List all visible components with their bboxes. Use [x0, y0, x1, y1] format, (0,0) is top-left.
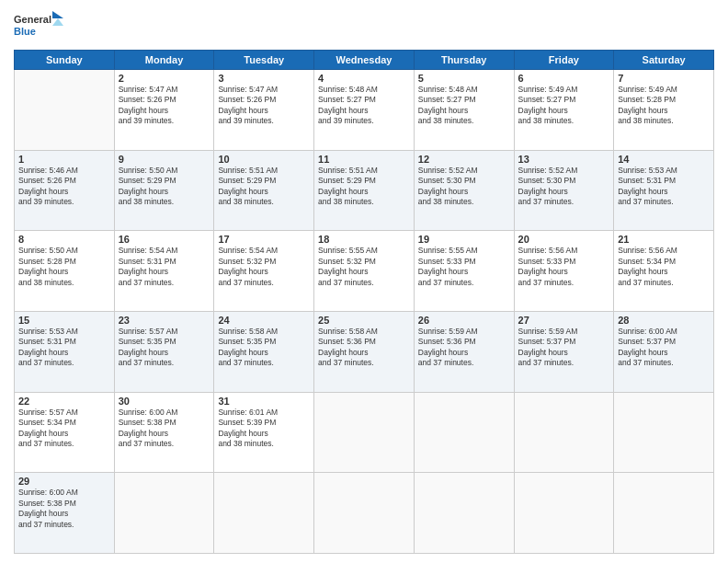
- day-header: Tuesday: [214, 51, 314, 70]
- day-number: 11: [318, 154, 410, 165]
- calendar-day-cell: 29Sunrise: 6:00 AMSunset: 5:38 PMDayligh…: [15, 473, 115, 554]
- day-number: 31: [218, 396, 310, 407]
- day-info: Sunrise: 5:52 AMSunset: 5:30 PMDaylight …: [518, 166, 578, 206]
- day-number: 21: [618, 234, 710, 245]
- calendar-day-cell: 3Sunrise: 5:47 AMSunset: 5:26 PMDaylight…: [214, 70, 314, 151]
- calendar-day-cell: 4Sunrise: 5:48 AMSunset: 5:27 PMDaylight…: [314, 70, 415, 151]
- calendar-day-cell: 1Sunrise: 5:46 AMSunset: 5:26 PMDaylight…: [15, 150, 115, 231]
- day-info: Sunrise: 5:59 AMSunset: 5:37 PMDaylight …: [518, 327, 578, 367]
- day-number: 25: [318, 315, 410, 326]
- svg-marker-3: [52, 18, 63, 26]
- day-info: Sunrise: 5:58 AMSunset: 5:36 PMDaylight …: [318, 327, 378, 367]
- day-info: Sunrise: 5:55 AMSunset: 5:32 PMDaylight …: [318, 246, 378, 286]
- day-number: 17: [218, 234, 310, 245]
- calendar-day-cell: 20Sunrise: 5:56 AMSunset: 5:33 PMDayligh…: [514, 231, 614, 312]
- svg-text:General: General: [14, 14, 51, 25]
- day-info: Sunrise: 5:53 AMSunset: 5:31 PMDaylight …: [18, 327, 78, 367]
- day-header: Saturday: [614, 51, 714, 70]
- calendar-day-cell: 9Sunrise: 5:50 AMSunset: 5:29 PMDaylight…: [114, 150, 214, 231]
- day-info: Sunrise: 5:54 AMSunset: 5:31 PMDaylight …: [119, 246, 178, 286]
- empty-cell: [15, 70, 115, 151]
- day-info: Sunrise: 5:58 AMSunset: 5:35 PMDaylight …: [218, 327, 278, 367]
- day-number: 9: [119, 154, 210, 165]
- day-number: 20: [518, 234, 610, 245]
- page: General Blue SundayMondayTuesdayWednesda…: [0, 0, 728, 563]
- svg-marker-2: [52, 11, 63, 18]
- calendar-day-cell: 7Sunrise: 5:49 AMSunset: 5:28 PMDaylight…: [614, 70, 714, 151]
- calendar-week-row: 8Sunrise: 5:50 AMSunset: 5:28 PMDaylight…: [15, 231, 714, 312]
- day-info: Sunrise: 5:52 AMSunset: 5:30 PMDaylight …: [418, 166, 478, 206]
- calendar-day-cell: 17Sunrise: 5:54 AMSunset: 5:32 PMDayligh…: [214, 231, 314, 312]
- empty-cell: [414, 392, 514, 473]
- day-info: Sunrise: 6:01 AMSunset: 5:39 PMDaylight …: [218, 408, 278, 448]
- calendar-day-cell: 13Sunrise: 5:52 AMSunset: 5:30 PMDayligh…: [514, 150, 614, 231]
- calendar-week-row: 29Sunrise: 6:00 AMSunset: 5:38 PMDayligh…: [15, 473, 714, 554]
- day-info: Sunrise: 6:00 AMSunset: 5:37 PMDaylight …: [618, 327, 677, 367]
- day-number: 28: [618, 315, 710, 326]
- day-number: 10: [218, 154, 310, 165]
- calendar-day-cell: 30Sunrise: 6:00 AMSunset: 5:38 PMDayligh…: [114, 392, 214, 473]
- svg-text:Blue: Blue: [14, 26, 36, 37]
- calendar-day-cell: 23Sunrise: 5:57 AMSunset: 5:35 PMDayligh…: [114, 311, 214, 392]
- calendar-day-cell: 5Sunrise: 5:48 AMSunset: 5:27 PMDaylight…: [414, 70, 514, 151]
- day-number: 27: [518, 315, 610, 326]
- calendar-day-cell: 16Sunrise: 5:54 AMSunset: 5:31 PMDayligh…: [114, 231, 214, 312]
- calendar-day-cell: 26Sunrise: 5:59 AMSunset: 5:36 PMDayligh…: [414, 311, 514, 392]
- day-header: Wednesday: [314, 51, 415, 70]
- day-number: 22: [18, 396, 110, 407]
- calendar-day-cell: 6Sunrise: 5:49 AMSunset: 5:27 PMDaylight…: [514, 70, 614, 151]
- day-number: 29: [18, 476, 110, 487]
- day-header: Thursday: [414, 51, 514, 70]
- day-info: Sunrise: 5:56 AMSunset: 5:33 PMDaylight …: [518, 246, 578, 286]
- day-info: Sunrise: 5:57 AMSunset: 5:35 PMDaylight …: [119, 327, 178, 367]
- day-number: 1: [18, 154, 110, 165]
- empty-cell: [214, 473, 314, 554]
- logo-svg: General Blue: [14, 9, 64, 44]
- day-number: 12: [418, 154, 510, 165]
- day-number: 15: [18, 315, 110, 326]
- calendar-day-cell: 12Sunrise: 5:52 AMSunset: 5:30 PMDayligh…: [414, 150, 514, 231]
- day-number: 2: [119, 73, 210, 84]
- day-number: 7: [618, 73, 710, 84]
- calendar-week-row: 1Sunrise: 5:46 AMSunset: 5:26 PMDaylight…: [15, 150, 714, 231]
- day-number: 8: [18, 234, 110, 245]
- day-info: Sunrise: 5:53 AMSunset: 5:31 PMDaylight …: [618, 166, 677, 206]
- day-info: Sunrise: 5:51 AMSunset: 5:29 PMDaylight …: [318, 166, 378, 206]
- day-info: Sunrise: 5:59 AMSunset: 5:36 PMDaylight …: [418, 327, 478, 367]
- empty-cell: [514, 392, 614, 473]
- calendar-day-cell: 27Sunrise: 5:59 AMSunset: 5:37 PMDayligh…: [514, 311, 614, 392]
- empty-cell: [314, 473, 415, 554]
- day-number: 26: [418, 315, 510, 326]
- day-info: Sunrise: 5:57 AMSunset: 5:34 PMDaylight …: [18, 408, 78, 448]
- calendar-day-cell: 24Sunrise: 5:58 AMSunset: 5:35 PMDayligh…: [214, 311, 314, 392]
- day-info: Sunrise: 5:47 AMSunset: 5:26 PMDaylight …: [218, 85, 278, 125]
- day-info: Sunrise: 5:49 AMSunset: 5:28 PMDaylight …: [618, 85, 677, 125]
- day-info: Sunrise: 5:55 AMSunset: 5:33 PMDaylight …: [418, 246, 478, 286]
- day-number: 19: [418, 234, 510, 245]
- calendar-day-cell: 15Sunrise: 5:53 AMSunset: 5:31 PMDayligh…: [15, 311, 115, 392]
- calendar-week-row: 2Sunrise: 5:47 AMSunset: 5:26 PMDaylight…: [15, 70, 714, 151]
- day-number: 4: [318, 73, 410, 84]
- day-info: Sunrise: 5:48 AMSunset: 5:27 PMDaylight …: [318, 85, 378, 125]
- calendar-day-cell: 2Sunrise: 5:47 AMSunset: 5:26 PMDaylight…: [114, 70, 214, 151]
- day-info: Sunrise: 5:47 AMSunset: 5:26 PMDaylight …: [119, 85, 178, 125]
- day-header: Sunday: [15, 51, 115, 70]
- day-number: 14: [618, 154, 710, 165]
- calendar-day-cell: 21Sunrise: 5:56 AMSunset: 5:34 PMDayligh…: [614, 231, 714, 312]
- day-number: 3: [218, 73, 310, 84]
- calendar-day-cell: 8Sunrise: 5:50 AMSunset: 5:28 PMDaylight…: [15, 231, 115, 312]
- day-header: Friday: [514, 51, 614, 70]
- day-number: 18: [318, 234, 410, 245]
- empty-cell: [614, 392, 714, 473]
- day-info: Sunrise: 5:54 AMSunset: 5:32 PMDaylight …: [218, 246, 278, 286]
- empty-cell: [514, 473, 614, 554]
- day-info: Sunrise: 5:50 AMSunset: 5:29 PMDaylight …: [119, 166, 178, 206]
- header-row: SundayMondayTuesdayWednesdayThursdayFrid…: [15, 51, 714, 70]
- calendar-day-cell: 18Sunrise: 5:55 AMSunset: 5:32 PMDayligh…: [314, 231, 415, 312]
- day-info: Sunrise: 5:48 AMSunset: 5:27 PMDaylight …: [418, 85, 478, 125]
- day-number: 13: [518, 154, 610, 165]
- day-info: Sunrise: 6:00 AMSunset: 5:38 PMDaylight …: [18, 488, 78, 528]
- empty-cell: [614, 473, 714, 554]
- calendar-day-cell: 11Sunrise: 5:51 AMSunset: 5:29 PMDayligh…: [314, 150, 415, 231]
- calendar-day-cell: 19Sunrise: 5:55 AMSunset: 5:33 PMDayligh…: [414, 231, 514, 312]
